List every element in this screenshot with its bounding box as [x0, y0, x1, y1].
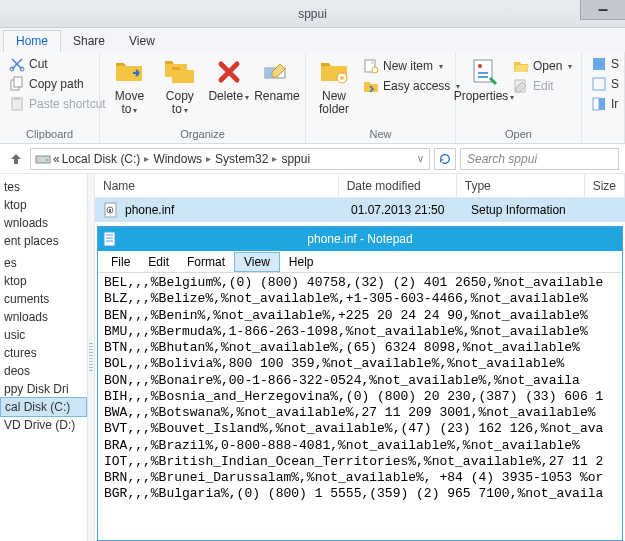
- nav-item[interactable]: ktop: [0, 272, 87, 290]
- nav-item[interactable]: es: [0, 254, 87, 272]
- breadcrumb[interactable]: « Local Disk (C:)▸ Windows▸ System32▸ sp…: [30, 148, 430, 170]
- delete-x-icon: [213, 56, 245, 88]
- chevron-right-icon[interactable]: ▸: [142, 153, 151, 164]
- nav-item-selected[interactable]: cal Disk (C:): [0, 397, 87, 417]
- svg-point-11: [372, 67, 378, 73]
- rename-icon: [261, 56, 293, 88]
- select-2[interactable]: S: [588, 74, 622, 94]
- svg-rect-14: [478, 72, 488, 74]
- svg-rect-15: [478, 76, 488, 78]
- invert-button[interactable]: Ir: [588, 94, 622, 114]
- notepad-text[interactable]: BEL,,,%Belgium%,(0) (800) 40758,(32) (2)…: [98, 273, 622, 540]
- svg-rect-21: [36, 156, 50, 163]
- svg-point-22: [46, 159, 48, 161]
- nav-item[interactable]: tes: [0, 178, 87, 196]
- nav-item[interactable]: usic: [0, 326, 87, 344]
- delete-button[interactable]: Delete▾: [207, 54, 251, 105]
- nav-item[interactable]: VD Drive (D:): [0, 416, 87, 434]
- crumb-3[interactable]: sppui: [281, 152, 310, 166]
- breadcrumb-prefix: «: [53, 152, 60, 166]
- grip-icon: [89, 343, 93, 373]
- menu-edit[interactable]: Edit: [139, 253, 178, 271]
- refresh-button[interactable]: [434, 148, 456, 170]
- crumb-1[interactable]: Windows: [153, 152, 202, 166]
- easy-access-icon: [363, 78, 379, 94]
- select-none-icon: [591, 76, 607, 92]
- copy-path-button[interactable]: Copy path: [6, 74, 109, 94]
- nav-item[interactable]: ppy Disk Dri: [0, 380, 87, 398]
- menu-help[interactable]: Help: [280, 253, 323, 271]
- properties-button[interactable]: Properties▾: [462, 54, 506, 105]
- col-type[interactable]: Type: [457, 174, 585, 197]
- folder-move-icon: [113, 56, 145, 88]
- refresh-icon: [438, 152, 452, 166]
- folder-copy-icon: [164, 56, 196, 88]
- group-clipboard-label: Clipboard: [6, 128, 93, 143]
- pane-splitter[interactable]: [88, 174, 95, 541]
- search-placeholder: Search sppui: [467, 152, 537, 166]
- search-input[interactable]: Search sppui: [460, 148, 619, 170]
- notepad-titlebar[interactable]: phone.inf - Notepad: [98, 227, 622, 251]
- chevron-right-icon[interactable]: ▸: [270, 153, 279, 164]
- svg-rect-12: [474, 60, 492, 82]
- col-date[interactable]: Date modified: [339, 174, 457, 197]
- tab-share[interactable]: Share: [61, 31, 117, 52]
- svg-rect-20: [593, 98, 599, 110]
- copy-path-icon: [9, 76, 25, 92]
- notepad-window: phone.inf - Notepad File Edit Format Vie…: [97, 226, 623, 541]
- rename-button[interactable]: Rename: [255, 54, 299, 105]
- svg-point-9: [340, 76, 344, 80]
- menu-view[interactable]: View: [234, 252, 280, 272]
- address-bar: « Local Disk (C:)▸ Windows▸ System32▸ sp…: [0, 144, 625, 174]
- crumb-2[interactable]: System32: [215, 152, 268, 166]
- col-size[interactable]: Size: [585, 174, 625, 197]
- chevron-right-icon[interactable]: ▸: [204, 153, 213, 164]
- select-1[interactable]: S: [588, 54, 622, 74]
- tab-view[interactable]: View: [117, 31, 167, 52]
- svg-rect-3: [14, 77, 22, 87]
- svg-rect-5: [14, 97, 20, 100]
- invert-icon: [591, 96, 607, 112]
- tab-home[interactable]: Home: [3, 30, 61, 52]
- group-organize-label: Organize: [106, 128, 299, 143]
- crumb-0[interactable]: Local Disk (C:): [62, 152, 141, 166]
- nav-item[interactable]: wnloads: [0, 308, 87, 326]
- open-icon: [513, 58, 529, 74]
- move-to-button[interactable]: Move to▾: [106, 54, 153, 118]
- open-button[interactable]: Open▾: [510, 56, 575, 76]
- new-item-button[interactable]: New item▾: [360, 56, 463, 76]
- column-headers: Name Date modified Type Size: [95, 174, 625, 198]
- properties-icon: [468, 56, 500, 88]
- nav-item[interactable]: wnloads: [0, 214, 87, 232]
- edit-button[interactable]: Edit: [510, 76, 575, 96]
- notepad-title: phone.inf - Notepad: [307, 232, 412, 246]
- menu-format[interactable]: Format: [178, 253, 234, 271]
- ribbon-tabs: Home Share View: [0, 28, 625, 52]
- menu-file[interactable]: File: [102, 253, 139, 271]
- minimize-button[interactable]: –: [580, 0, 625, 20]
- file-row[interactable]: phone.inf 01.07.2013 21:50 Setup Informa…: [95, 198, 625, 222]
- paste-shortcut-icon: [9, 96, 25, 112]
- easy-access-button[interactable]: Easy access▾: [360, 76, 463, 96]
- copy-to-button[interactable]: Copy to▾: [157, 54, 203, 118]
- inf-file-icon: [103, 202, 119, 218]
- nav-item[interactable]: cuments: [0, 290, 87, 308]
- paste-shortcut-button[interactable]: Paste shortcut: [6, 94, 109, 114]
- window-titlebar: sppui –: [0, 0, 625, 28]
- select-icon: [591, 56, 607, 72]
- nav-item[interactable]: ktop: [0, 196, 87, 214]
- nav-item[interactable]: deos: [0, 362, 87, 380]
- new-folder-button[interactable]: New folder: [312, 54, 356, 118]
- col-name[interactable]: Name: [95, 174, 339, 197]
- group-new-label: New: [312, 128, 449, 143]
- up-button[interactable]: [6, 149, 26, 169]
- nav-pane[interactable]: tes ktop wnloads ent places es ktop cume…: [0, 174, 88, 541]
- history-dropdown[interactable]: v: [416, 153, 425, 164]
- notepad-menu: File Edit Format View Help: [98, 251, 622, 273]
- nav-item[interactable]: ent places: [0, 232, 87, 250]
- cut-button[interactable]: Cut: [6, 54, 109, 74]
- nav-item[interactable]: ctures: [0, 344, 87, 362]
- svg-rect-18: [593, 78, 605, 90]
- svg-rect-17: [593, 58, 605, 70]
- ribbon: Cut Copy path Paste shortcut Clipboard M…: [0, 52, 625, 144]
